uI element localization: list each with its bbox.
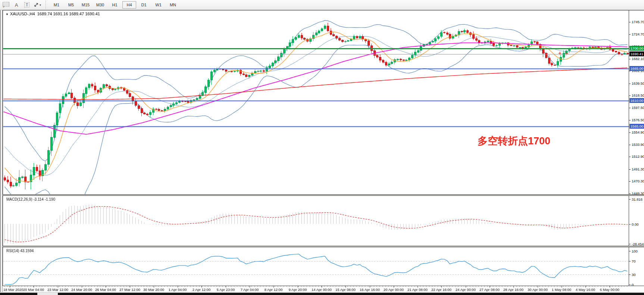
letter-a-icon: A xyxy=(15,2,18,8)
time-axis-label: 7 Apr 04:00 xyxy=(241,288,259,292)
price-axis-label: 1554.90 xyxy=(632,130,644,134)
time-axis-label: 6 May 00:00 xyxy=(600,288,619,292)
price-axis-label: 1597.50 xyxy=(632,106,644,110)
axis-tick-mark xyxy=(629,157,631,157)
axis-tick-mark xyxy=(629,132,631,133)
price-axis-label: 1682.10 xyxy=(632,57,644,61)
hline-price-badge: 1565.00 xyxy=(629,124,644,129)
time-axis-label: 2 Apr 12:00 xyxy=(193,288,211,292)
rsi-axis-label: 100 xyxy=(632,249,638,253)
diagonal-arrows-icon xyxy=(34,2,39,7)
text-annotation-button[interactable]: A xyxy=(12,1,21,9)
axis-tick-mark xyxy=(629,108,631,108)
time-axis-label: 1 Apr 04:00 xyxy=(169,288,187,292)
price-axis-label: 1470.30 xyxy=(632,179,644,183)
mt4-window: F A T ▾ M1M5M15M30H1H4D1W1MN ▼XAUUSD-,H4… xyxy=(0,0,644,295)
timeframe-button-m1[interactable]: M1 xyxy=(50,1,63,9)
price-axis-label: 1724.70 xyxy=(632,32,644,36)
rsi-label: RSI(14) 43.1594 xyxy=(6,249,34,253)
timeframe-button-h1[interactable]: H1 xyxy=(108,1,122,9)
axis-tick-mark xyxy=(629,199,631,200)
timeframe-button-w1[interactable]: W1 xyxy=(151,1,165,9)
rsi-axis-label: 70 xyxy=(632,259,636,263)
timeframe-button-d1[interactable]: D1 xyxy=(137,1,151,9)
hline-price-badge: 1665.00 xyxy=(629,66,644,71)
axis-tick-mark xyxy=(629,84,631,84)
timeframe-button-h4[interactable]: H4 xyxy=(122,1,136,9)
timeframe-button-m15[interactable]: M15 xyxy=(79,1,93,9)
window-left-edge xyxy=(0,10,3,292)
time-axis-label: 24 Mar 20:00 xyxy=(71,288,92,292)
axis-tick-mark xyxy=(629,251,631,251)
time-axis-label: 21 Apr 08:00 xyxy=(407,288,428,292)
axis-tick-mark xyxy=(629,181,631,182)
axis-tick-mark xyxy=(629,261,631,261)
price-axis-label: 1491.30 xyxy=(632,167,644,171)
rsi-panel: RSI(14) 43.1594 10070300 xyxy=(3,247,644,286)
cursor-tools-button[interactable]: ▾ xyxy=(32,1,42,9)
price-axis-label: 1639.50 xyxy=(632,81,644,85)
axis-tick-mark xyxy=(629,95,631,96)
time-axis-label: 14 Apr 00:00 xyxy=(312,288,332,292)
macd-axis-label: -28.454 xyxy=(632,242,644,246)
time-axis-label: 23 Mar 12:00 xyxy=(47,288,68,292)
time-axis-label: 20 Apr 00:00 xyxy=(384,288,404,292)
toolbar-separator xyxy=(46,1,48,9)
time-axis-label: 18 Mar 2020 xyxy=(3,288,23,292)
macd-axis-label: 31.816 xyxy=(632,197,643,201)
hline-price-badge: 1700.00 xyxy=(629,46,644,51)
price-chart-canvas[interactable] xyxy=(3,10,629,194)
price-axis-label: 1576.50 xyxy=(632,118,644,122)
axis-tick-mark xyxy=(629,285,631,285)
time-axis-label: 8 Apr 12:00 xyxy=(265,288,283,292)
time-axis-label: 4 May 16:00 xyxy=(576,288,595,292)
axis-tick-mark xyxy=(629,22,631,22)
text-label-button[interactable]: T xyxy=(22,1,32,9)
axis-tick-mark xyxy=(629,274,631,275)
timeframe-button-m5[interactable]: M5 xyxy=(64,1,78,9)
axis-tick-mark xyxy=(629,120,631,120)
rsi-axis-label: 30 xyxy=(632,273,636,277)
axis-tick-mark xyxy=(629,145,631,145)
chart-title: ▼XAUUSD-,H4 1689.74 1691.16 1689.47 1690… xyxy=(6,12,100,16)
time-axis-label: 15 Apr 08:00 xyxy=(335,288,356,292)
time-axis-label: 16 Apr 16:00 xyxy=(360,288,380,292)
macd-canvas[interactable] xyxy=(3,196,629,246)
axis-tick-mark xyxy=(629,59,631,59)
price-axis-label: 1533.90 xyxy=(632,142,644,147)
timeframe-button-mn[interactable]: MN xyxy=(166,1,180,9)
price-axis-label: 1745.70 xyxy=(632,20,644,24)
time-axis-label: 24 Apr 00:00 xyxy=(456,288,476,292)
ohlc-values: 1689.74 1691.16 1689.47 1690.41 xyxy=(37,12,100,16)
time-axis-label: 27 Apr 08:00 xyxy=(479,288,500,292)
macd-panel: MACD(12,26,9) -3.114 -1.190 31.8160.00-2… xyxy=(3,195,644,246)
time-axis-label: 28 Apr 16:00 xyxy=(503,288,523,292)
axis-tick-mark xyxy=(629,224,631,225)
current-price-badge: 1690.41 xyxy=(629,51,644,56)
chart-text-annotation[interactable]: 多空转折点1700 xyxy=(478,134,550,148)
time-axis-label: 22 Apr 16:00 xyxy=(431,288,451,292)
time-axis-label: 1 May 08:00 xyxy=(552,288,571,292)
price-axis-label: 1449.30 xyxy=(632,191,644,195)
horizontal-scrollbar[interactable] xyxy=(0,292,644,295)
toolbar-drag-handle[interactable]: F xyxy=(1,1,11,9)
timeframe-button-m30[interactable]: M30 xyxy=(93,1,107,9)
timeframe-button-group: M1M5M15M30H1H4D1W1MN xyxy=(49,1,180,9)
rsi-canvas[interactable] xyxy=(3,247,629,286)
price-chart-panel: ▼XAUUSD-,H4 1689.74 1691.16 1689.47 1690… xyxy=(3,10,644,195)
collapse-triangle-icon[interactable]: ▼ xyxy=(6,13,9,16)
axis-tick-mark xyxy=(629,71,631,71)
scrollbar-segment-left[interactable] xyxy=(0,293,37,295)
scrollbar-thumb[interactable] xyxy=(58,293,644,295)
toolbar: F A T ▾ M1M5M15M30H1H4D1W1MN xyxy=(0,0,644,10)
price-axis-label: 1618.50 xyxy=(632,93,644,97)
axis-tick-mark xyxy=(629,194,631,194)
time-axis-label: 9 Apr 20:00 xyxy=(289,288,307,292)
time-axis-label: 5 Apr 23:00 xyxy=(217,288,235,292)
time-axis-label: 30 Mar 20:00 xyxy=(143,288,164,292)
time-axis[interactable]: 18 Mar 202020 Mar 04:0023 Mar 12:0024 Ma… xyxy=(3,286,644,292)
hline-price-badge: 1610.00 xyxy=(629,98,644,103)
price-axis-label: 1512.90 xyxy=(632,154,644,159)
handle-f-label: F xyxy=(3,5,5,9)
macd-label: MACD(12,26,9) -3.114 -1.190 xyxy=(6,197,55,201)
